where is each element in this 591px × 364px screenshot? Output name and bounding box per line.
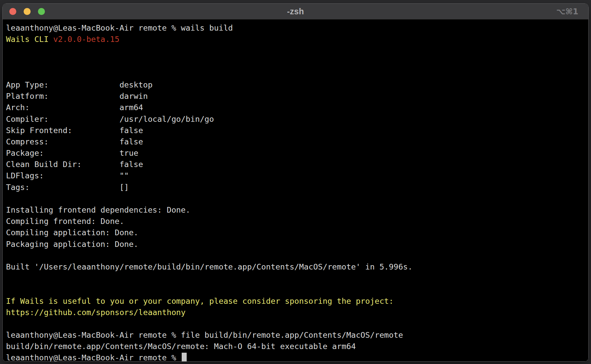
terminal-line: Wails CLI v2.0.0-beta.15: [6, 34, 587, 45]
terminal-line: [6, 318, 587, 329]
terminal-line: If Wails is useful to you or your compan…: [6, 295, 587, 307]
window-shortcut-badge: ⌥⌘1: [556, 4, 578, 19]
terminal-text-segment: Compiling application: Done.: [6, 228, 138, 237]
terminal-text-segment: leaanthony@Leas-MacBook-Air remote % wai…: [6, 23, 233, 33]
window-title: -zsh: [287, 7, 304, 16]
terminal-line: Installing frontend dependencies: Done.: [6, 204, 587, 216]
terminal-text-segment: Clean Build Dir: false: [6, 160, 143, 169]
terminal-text-segment: leaanthony@Leas-MacBook-Air remote %: [6, 353, 181, 361]
terminal-screen[interactable]: leaanthony@Leas-MacBook-Air remote % wai…: [3, 20, 588, 361]
window-titlebar[interactable]: -zsh ⌥⌘1: [3, 4, 588, 20]
terminal-text-segment: Arch: arm64: [6, 103, 143, 112]
terminal-line: Clean Build Dir: false: [6, 159, 587, 170]
zoom-button[interactable]: [38, 8, 45, 15]
terminal-line: leaanthony@Leas-MacBook-Air remote % fil…: [6, 329, 587, 341]
close-button[interactable]: [9, 8, 16, 15]
terminal-text-segment: https://github.com/sponsors/leaanthony: [6, 308, 186, 317]
traffic-lights: [9, 4, 45, 19]
terminal-text-segment: Compiling frontend: Done.: [6, 217, 124, 226]
terminal-line: Skip Frontend: false: [6, 125, 587, 136]
terminal-text-segment: If Wails is useful to you or your compan…: [6, 296, 394, 306]
terminal-text-segment: App Type: desktop: [6, 80, 152, 90]
terminal-line: [6, 68, 587, 79]
terminal-line: Compiling application: Done.: [6, 227, 587, 238]
terminal-line: App Type: desktop: [6, 79, 587, 91]
terminal-line: Arch: arm64: [6, 102, 587, 113]
terminal-line: Built '/Users/leaanthony/remote/build/bi…: [6, 261, 587, 273]
terminal-line: Compiling frontend: Done.: [6, 216, 587, 227]
terminal-line: leaanthony@Leas-MacBook-Air remote % wai…: [6, 22, 587, 34]
terminal-text-segment: Packaging application: Done.: [6, 240, 138, 249]
terminal-text-segment: Compiler: /usr/local/go/bin/go: [6, 114, 214, 124]
terminal-text-segment: build/bin/remote.app/Contents/MacOS/remo…: [6, 342, 356, 351]
terminal-text-segment: Installing frontend dependencies: Done.: [6, 205, 190, 215]
terminal-line: Compiler: /usr/local/go/bin/go: [6, 113, 587, 125]
terminal-text-segment: Tags: []: [6, 183, 129, 192]
terminal-line: Compress: false: [6, 136, 587, 147]
terminal-line: [6, 273, 587, 284]
terminal-text-segment: v2.0.0-beta.15: [53, 35, 119, 44]
terminal-text-segment: Skip Frontend: false: [6, 126, 143, 135]
terminal-line: [6, 193, 587, 204]
terminal-line: [6, 250, 587, 261]
terminal-line: [6, 57, 587, 68]
terminal-line: Packaging application: Done.: [6, 239, 587, 250]
terminal-line: Tags: []: [6, 182, 587, 193]
terminal-text-segment: Built '/Users/leaanthony/remote/build/bi…: [6, 262, 413, 272]
terminal-line: [6, 284, 587, 295]
terminal-text-segment: Platform: darwin: [6, 91, 148, 101]
minimize-button[interactable]: [24, 8, 31, 15]
terminal-text-segment: Wails CLI: [6, 35, 53, 44]
terminal-line: leaanthony@Leas-MacBook-Air remote %: [6, 352, 587, 361]
terminal-line: Package: true: [6, 147, 587, 159]
terminal-cursor: [182, 353, 187, 361]
terminal-line: LDFlags: "": [6, 170, 587, 181]
terminal-text-segment: LDFlags: "": [6, 171, 129, 180]
terminal-text-segment: Package: true: [6, 148, 138, 158]
terminal-text-segment: Compress: false: [6, 137, 143, 146]
terminal-window: -zsh ⌥⌘1 leaanthony@Leas-MacBook-Air rem…: [2, 3, 589, 362]
terminal-line: build/bin/remote.app/Contents/MacOS/remo…: [6, 341, 587, 352]
terminal-line: https://github.com/sponsors/leaanthony: [6, 307, 587, 318]
terminal-text-segment: leaanthony@Leas-MacBook-Air remote % fil…: [6, 330, 403, 340]
terminal-output: leaanthony@Leas-MacBook-Air remote % wai…: [6, 22, 587, 361]
terminal-line: [6, 45, 587, 56]
terminal-line: Platform: darwin: [6, 91, 587, 102]
